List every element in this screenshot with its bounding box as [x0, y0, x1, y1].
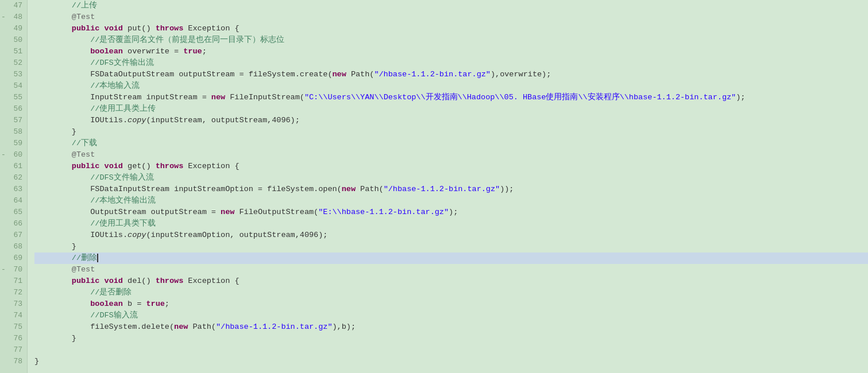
- line-number: 72: [0, 287, 22, 298]
- code-line: //DFS文件输出流: [34, 57, 868, 69]
- code-line: //DFS文件输入流: [34, 172, 868, 184]
- code-line: //本地文件输出流: [34, 195, 868, 207]
- code-line: //上传: [34, 0, 868, 11]
- line-number: 59: [0, 138, 22, 149]
- code-line: fileSystem.delete(new Path("/hbase-1.1.2…: [34, 321, 868, 333]
- code-line: //是否删除: [34, 287, 868, 298]
- line-number: 75: [0, 321, 22, 333]
- code-line: public void put() throws Exception {: [34, 23, 868, 34]
- line-number: 63: [0, 184, 22, 195]
- line-number: 53: [0, 69, 22, 80]
- code-line: [34, 344, 868, 356]
- code-line: //使用工具类上传: [34, 103, 868, 115]
- code-line: OutputStream outputStream = new FileOutp…: [34, 207, 868, 218]
- code-line: //删除: [34, 252, 868, 264]
- code-line: public void del() throws Exception {: [34, 275, 868, 287]
- line-number: 61: [0, 161, 22, 172]
- code-line: @Test: [34, 11, 868, 23]
- line-number: 54: [0, 80, 22, 92]
- code-line: }: [34, 241, 868, 252]
- line-number: 65: [0, 207, 22, 218]
- line-number: 55: [0, 92, 22, 103]
- code-line: InputStream inputStream = new FileInputS…: [34, 92, 868, 103]
- code-line: FSDataInputStream inputStreamOption = fi…: [34, 184, 868, 195]
- code-line: //是否覆盖同名文件（前提是也在同一目录下）标志位: [34, 34, 868, 46]
- code-line: IOUtils.copy(inputStreamOption, outputSt…: [34, 230, 868, 241]
- line-number: 67: [0, 230, 22, 241]
- code-line: //下载: [34, 138, 868, 149]
- code-line: //DFS输入流: [34, 310, 868, 321]
- code-line: }: [34, 356, 868, 367]
- line-number: 49: [0, 23, 22, 34]
- line-number: 60: [0, 149, 22, 161]
- code-line: @Test: [34, 264, 868, 275]
- line-number: 78: [0, 356, 22, 367]
- line-number: 66: [0, 218, 22, 230]
- code-content[interactable]: //上传 @Test public void put() throws Exce…: [28, 0, 868, 373]
- code-line: boolean overwrite = true;: [34, 46, 868, 57]
- code-editor: 4748495051525354555657585960616263646566…: [0, 0, 868, 373]
- line-number: 57: [0, 115, 22, 126]
- line-number: 50: [0, 34, 22, 46]
- code-line: IOUtils.copy(inputStream, outputStream,4…: [34, 115, 868, 126]
- line-number: 62: [0, 172, 22, 184]
- code-line: }: [34, 333, 868, 344]
- code-line: public void get() throws Exception {: [34, 161, 868, 172]
- line-number: 70: [0, 264, 22, 275]
- line-number: 71: [0, 275, 22, 287]
- code-line: //本地输入流: [34, 80, 868, 92]
- line-number: 47: [0, 0, 22, 11]
- line-number: 74: [0, 310, 22, 321]
- code-line: }: [34, 126, 868, 138]
- line-number: 69: [0, 252, 22, 264]
- line-number-gutter: 4748495051525354555657585960616263646566…: [0, 0, 28, 373]
- code-line: boolean b = true;: [34, 298, 868, 310]
- code-line: @Test: [34, 149, 868, 161]
- line-number: 76: [0, 333, 22, 344]
- code-line: FSDataOutputStream outputStream = fileSy…: [34, 69, 868, 80]
- line-number: 58: [0, 126, 22, 138]
- line-number: 68: [0, 241, 22, 252]
- line-number: 56: [0, 103, 22, 115]
- line-number: 73: [0, 298, 22, 310]
- line-number: 48: [0, 11, 22, 23]
- line-number: 64: [0, 195, 22, 207]
- code-line: //使用工具类下载: [34, 218, 868, 230]
- line-number: 51: [0, 46, 22, 57]
- line-number: 52: [0, 57, 22, 69]
- line-number: 77: [0, 344, 22, 356]
